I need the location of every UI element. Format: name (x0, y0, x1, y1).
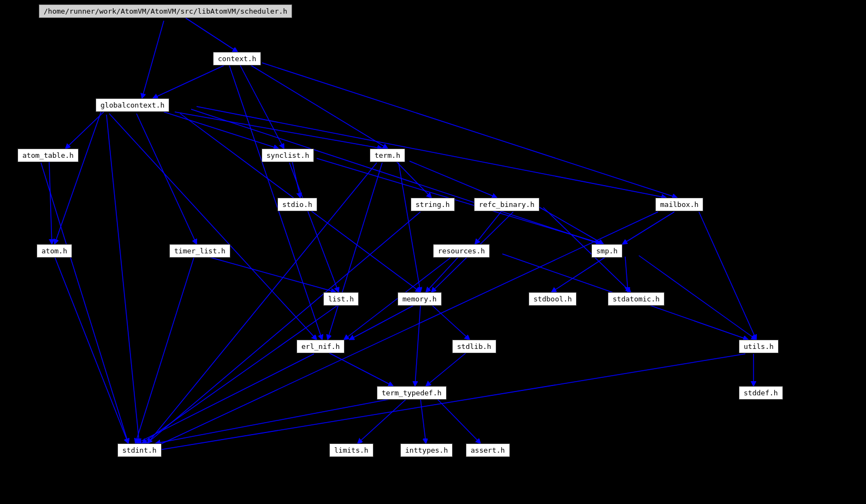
smp-node: smp.h (591, 244, 622, 258)
svg-line-17 (106, 115, 139, 443)
svg-line-47 (415, 306, 420, 386)
svg-line-55 (420, 399, 426, 443)
svg-line-14 (191, 109, 601, 244)
svg-line-16 (109, 114, 317, 340)
atom-table-node: atom_table.h (17, 149, 79, 162)
svg-line-9 (55, 112, 101, 244)
svg-line-21 (289, 163, 339, 292)
assert-node: assert.h (466, 443, 510, 457)
term-node: term.h (370, 149, 405, 162)
stdatomic-node: stdatomic.h (608, 292, 665, 306)
svg-line-1 (186, 18, 238, 52)
stddef-node: stddef.h (739, 386, 783, 400)
string-node: string.h (411, 198, 455, 211)
resources-node: resources.h (433, 244, 490, 258)
svg-line-53 (156, 398, 399, 443)
svg-line-35 (699, 212, 756, 340)
svg-line-11 (175, 112, 382, 149)
globalcontext-node: globalcontext.h (96, 98, 169, 112)
scheduler-node: /home/runner/work/AtomVM/AtomVM/src/libA… (39, 4, 292, 18)
svg-line-38 (426, 257, 459, 292)
svg-line-33 (535, 205, 603, 244)
svg-line-12 (137, 114, 197, 244)
svg-line-10 (164, 112, 278, 149)
synclist-node: synclist.h (262, 149, 314, 162)
svg-line-46 (431, 305, 470, 340)
svg-line-2 (142, 21, 164, 98)
memory-node: memory.h (398, 292, 442, 306)
atom-node: atom.h (37, 244, 72, 258)
stdint-node: stdint.h (117, 443, 162, 457)
term-typedef-node: term_typedef.h (377, 386, 447, 400)
mailbox-node: mailbox.h (655, 198, 703, 211)
stdbool-node: stdbool.h (529, 292, 577, 306)
svg-line-54 (358, 399, 407, 443)
utils-node: utils.h (739, 340, 779, 353)
stdio-node: stdio.h (277, 198, 317, 211)
svg-line-3 (153, 66, 224, 98)
svg-line-24 (410, 161, 497, 198)
svg-line-28 (55, 257, 128, 443)
svg-line-50 (426, 352, 467, 386)
svg-line-20 (292, 161, 300, 198)
svg-line-6 (262, 63, 677, 198)
svg-line-56 (437, 399, 481, 443)
svg-line-29 (207, 257, 336, 292)
svg-line-5 (240, 66, 284, 149)
inttypes-node: inttypes.h (400, 443, 453, 457)
context-node: context.h (213, 52, 261, 66)
svg-line-30 (135, 258, 194, 443)
refc-binary-node: refc_binary.h (474, 198, 539, 211)
svg-line-41 (551, 257, 606, 292)
limits-node: limits.h (329, 443, 373, 457)
list-node: list.h (323, 292, 359, 306)
erl-nif-node: erl_nif.h (296, 340, 345, 353)
stdlib-node: stdlib.h (452, 340, 496, 353)
timer-list-node: timer_list.h (169, 244, 230, 258)
svg-line-18 (49, 161, 52, 244)
svg-line-48 (328, 352, 393, 386)
svg-line-8 (66, 112, 104, 149)
svg-line-52 (156, 354, 745, 450)
svg-line-22 (317, 158, 603, 244)
